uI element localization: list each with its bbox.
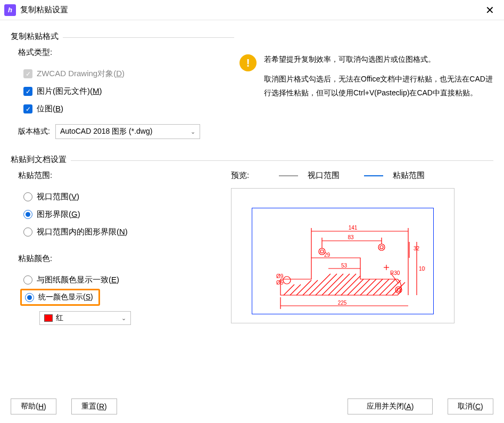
color-swatch-red <box>44 314 53 322</box>
svg-point-24 <box>283 276 291 284</box>
radio-drawing-limits[interactable]: 图形界限(G) <box>18 206 231 223</box>
version-format-label: 版本格式: <box>18 127 50 136</box>
group-title-format: 复制粘贴格式 <box>11 31 63 42</box>
radio-viewport-drawing-limits[interactable]: 视口范围内的图形界限(N) <box>18 223 231 241</box>
svg-line-13 <box>367 279 383 295</box>
radio-icon <box>23 210 32 219</box>
svg-line-3 <box>303 280 318 295</box>
legend-line-viewport <box>279 175 298 176</box>
svg-text:29: 29 <box>324 252 331 258</box>
format-type-label: 格式类型: <box>18 47 227 58</box>
radio-icon <box>25 293 34 302</box>
color-select[interactable]: 红 ⌄ <box>39 311 131 325</box>
lightbulb-icon: ! <box>239 54 257 71</box>
svg-line-14 <box>373 279 389 295</box>
radio-match-drawing-color[interactable]: 与图纸颜色显示一致(E) <box>18 271 231 289</box>
chevron-down-icon: ⌄ <box>121 315 126 322</box>
svg-line-1 <box>290 284 301 295</box>
svg-line-11 <box>354 279 370 295</box>
info-line-1: 若希望提升复制效率，可取消勾选图片或位图格式。 <box>264 52 493 67</box>
info-panel: ! 若希望提升复制效率，可取消勾选图片或位图格式。 取消图片格式勾选后，无法在O… <box>239 52 493 100</box>
radio-viewport-range[interactable]: 视口范围(V) <box>18 188 231 206</box>
svg-point-21 <box>380 246 383 249</box>
svg-text:32: 32 <box>414 246 420 251</box>
svg-line-2 <box>296 280 311 295</box>
version-format-select[interactable]: AutoCAD 2018 图形 (*.dwg) ⌄ <box>55 124 200 139</box>
paste-color-label: 粘贴颜色: <box>18 254 231 264</box>
preview-label: 预览: <box>231 170 249 181</box>
group-title-paste: 粘贴到文档设置 <box>11 154 71 165</box>
copy-format-group: 复制粘贴格式 格式类型: ✓ ZWCAD Drawing对象(D) ✓ 图片(图… <box>11 37 234 144</box>
radio-unified-color-highlighted[interactable]: 统一颜色显示(S) <box>20 289 100 306</box>
legend-paste-label: 粘贴范围 <box>393 170 425 181</box>
footer-buttons: 帮助(H) 重置(R) 应用并关闭(A) 取消(C) <box>11 398 493 414</box>
svg-line-5 <box>316 274 337 295</box>
svg-line-12 <box>360 279 376 295</box>
checkbox-bitmap[interactable]: ✓ 位图(B) <box>18 100 227 118</box>
legend-viewport-label: 视口范围 <box>308 170 340 181</box>
apply-and-close-button[interactable]: 应用并关闭(A) <box>348 398 433 414</box>
radio-icon <box>23 192 32 201</box>
preview-box: 141 83 32 29 53 105 R30 225 Ø9 Ø5 <box>231 188 455 323</box>
paste-range-label: 粘贴范围: <box>18 170 231 181</box>
svg-point-20 <box>378 244 385 250</box>
window-title: 复制粘贴设置 <box>20 5 480 15</box>
help-button[interactable]: 帮助(H) <box>11 398 56 414</box>
svg-text:Ø5: Ø5 <box>276 280 284 286</box>
check-icon: ✓ <box>23 104 32 113</box>
svg-line-8 <box>335 274 356 295</box>
svg-text:141: 141 <box>349 225 358 231</box>
svg-text:R30: R30 <box>390 270 400 276</box>
cad-drawing-preview: 141 83 32 29 53 105 R30 225 Ø9 Ø5 <box>259 221 425 311</box>
info-line-2: 取消图片格式勾选后，无法在Office文档中进行粘贴，也无法在CAD进行选择性粘… <box>264 72 493 100</box>
svg-line-4 <box>309 274 331 295</box>
svg-text:225: 225 <box>338 300 347 306</box>
svg-line-6 <box>322 274 343 295</box>
radio-icon <box>23 227 32 237</box>
check-icon: ✓ <box>23 87 32 96</box>
svg-line-10 <box>348 279 363 295</box>
legend-line-paste <box>364 175 383 176</box>
checkbox-zwcad-drawing: ✓ ZWCAD Drawing对象(D) <box>18 65 227 83</box>
svg-text:53: 53 <box>341 263 348 269</box>
radio-icon <box>23 275 32 284</box>
svg-line-15 <box>379 279 395 295</box>
paste-to-doc-group: 粘贴到文档设置 粘贴范围: 视口范围(V) 图形界限(G) 视口范围内的图形界限… <box>11 160 493 330</box>
svg-text:Ø9: Ø9 <box>276 273 284 279</box>
svg-line-7 <box>328 274 350 295</box>
svg-text:83: 83 <box>348 234 354 240</box>
chevron-down-icon: ⌄ <box>191 128 195 135</box>
check-icon: ✓ <box>23 69 32 78</box>
svg-point-19 <box>320 250 324 253</box>
close-icon[interactable]: ✕ <box>480 2 500 19</box>
reset-button[interactable]: 重置(R) <box>71 398 117 414</box>
svg-line-0 <box>284 284 294 295</box>
svg-text:105: 105 <box>419 266 425 272</box>
app-icon: h <box>4 4 16 16</box>
preview-legend: 预览: 视口范围 粘贴范围 <box>231 170 486 181</box>
checkbox-picture-metafile[interactable]: ✓ 图片(图元文件)(M) <box>18 83 227 100</box>
titlebar: h 复制粘贴设置 ✕ <box>0 0 504 20</box>
cancel-button[interactable]: 取消(C) <box>448 398 493 414</box>
